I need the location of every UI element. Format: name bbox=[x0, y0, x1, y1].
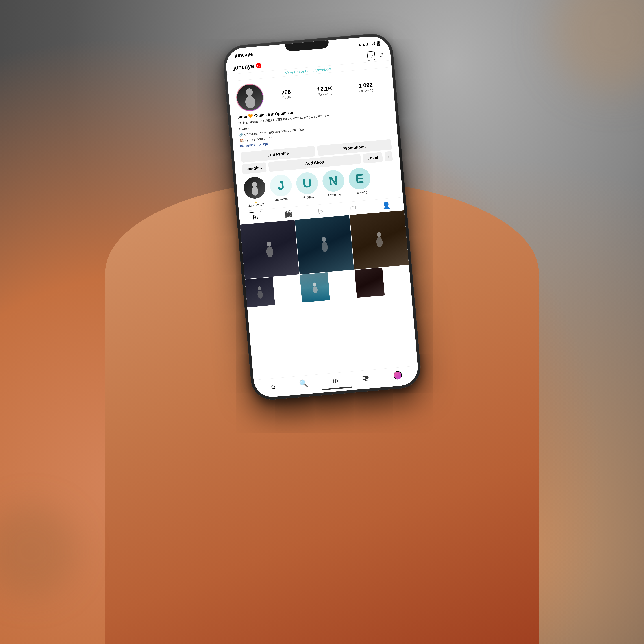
email-button[interactable]: Email bbox=[363, 152, 383, 163]
highlight-label-universing: Universing bbox=[275, 197, 289, 202]
highlight-circle-u: U bbox=[295, 172, 319, 195]
highlight-letter-u: U bbox=[295, 172, 319, 195]
stats-area: 208 Posts 12.1K Followers 1,092 Followin… bbox=[268, 80, 387, 101]
highlight-circle-j: J bbox=[269, 174, 293, 197]
username-text: juneaye bbox=[233, 63, 254, 71]
avatar-image bbox=[236, 84, 264, 111]
highlight-label-nuggets: Nuggets bbox=[302, 195, 314, 199]
grid-photo-3[interactable] bbox=[350, 210, 409, 270]
avatar bbox=[235, 82, 265, 113]
svg-point-8 bbox=[376, 232, 381, 237]
tab-people[interactable]: 👤 bbox=[379, 200, 394, 211]
grid-photo-5[interactable] bbox=[300, 272, 330, 302]
nav-home[interactable]: ⌂ bbox=[270, 382, 276, 391]
nav-add[interactable]: ⊕ bbox=[332, 376, 339, 385]
avatar-silhouette bbox=[241, 86, 259, 109]
highlight-circle-n: N bbox=[322, 169, 345, 193]
svg-point-1 bbox=[245, 96, 256, 109]
highlight-letter-n: N bbox=[322, 169, 345, 193]
highlight-circle-e: E bbox=[348, 167, 371, 190]
phone-case: juneaye ▲▲▲ ⌘ ▓ document.querySelector('… bbox=[222, 32, 422, 401]
svg-point-7 bbox=[321, 242, 328, 252]
photo-figure-1 bbox=[240, 220, 299, 279]
posts-stat: 208 Posts bbox=[281, 89, 291, 100]
more-options-button[interactable]: › bbox=[384, 151, 393, 162]
phone-screen: juneaye ▲▲▲ ⌘ ▓ document.querySelector('… bbox=[225, 35, 419, 398]
svg-point-0 bbox=[246, 88, 253, 96]
highlight-item-n[interactable]: N Exploring bbox=[322, 169, 346, 201]
svg-point-3 bbox=[251, 187, 259, 196]
nav-search[interactable]: 🔍 bbox=[299, 379, 309, 388]
svg-point-12 bbox=[313, 282, 316, 286]
highlight-circle-photo bbox=[243, 176, 266, 200]
instagram-app: juneaye TV + ≡ View Professional Dashboa… bbox=[226, 47, 419, 396]
nav-shop[interactable]: 🛍 bbox=[362, 373, 370, 383]
photo-grid bbox=[240, 210, 411, 307]
add-post-icon[interactable]: + bbox=[367, 51, 375, 61]
highlight-item-photo[interactable]: ★ June Who? bbox=[243, 176, 267, 208]
grid-photo-6[interactable] bbox=[355, 268, 385, 298]
highlight-item-e[interactable]: E Exploring bbox=[348, 167, 372, 198]
tab-reels[interactable]: 🎬 bbox=[281, 209, 296, 219]
svg-point-11 bbox=[257, 290, 263, 299]
highlight-avatar-silhouette bbox=[249, 180, 261, 196]
tab-play[interactable]: ▷ bbox=[315, 206, 327, 216]
verified-badge: TV bbox=[256, 63, 262, 69]
tab-tagged[interactable]: 🏷 bbox=[346, 203, 360, 213]
svg-point-5 bbox=[266, 246, 274, 258]
photo-figure-3 bbox=[350, 210, 409, 270]
username-area: juneaye TV bbox=[233, 62, 262, 71]
photo-figure-5 bbox=[300, 272, 330, 302]
header-icons: + ≡ bbox=[367, 50, 384, 61]
nav-profile-avatar[interactable] bbox=[393, 371, 402, 380]
highlight-letter-e: E bbox=[348, 167, 371, 190]
highlight-item-u[interactable]: U Nuggets bbox=[295, 172, 320, 203]
highlight-letter-j: J bbox=[269, 174, 293, 197]
highlight-label-e: Exploring bbox=[354, 190, 367, 195]
battery-icon: ▓ bbox=[377, 41, 380, 46]
svg-point-10 bbox=[258, 286, 262, 291]
tab-grid[interactable]: ⊞ bbox=[249, 211, 261, 222]
status-icons: ▲▲▲ ⌘ ▓ bbox=[357, 41, 380, 47]
svg-point-4 bbox=[267, 241, 272, 247]
grid-photo-1[interactable] bbox=[240, 220, 299, 279]
svg-point-13 bbox=[312, 286, 318, 293]
insights-button[interactable]: Insights bbox=[242, 162, 267, 174]
phone: juneaye ▲▲▲ ⌘ ▓ document.querySelector('… bbox=[222, 32, 422, 401]
following-stat[interactable]: 1,092 Following bbox=[358, 81, 374, 93]
highlight-label-exploring: Exploring bbox=[328, 192, 341, 197]
posts-label: Posts bbox=[282, 95, 291, 100]
status-time: juneaye bbox=[234, 51, 253, 59]
svg-point-6 bbox=[322, 237, 326, 242]
photo-figure-2 bbox=[295, 215, 354, 274]
followers-stat[interactable]: 12.1K Followers bbox=[317, 85, 333, 97]
photo-figure-4 bbox=[245, 277, 275, 307]
menu-icon[interactable]: ≡ bbox=[379, 51, 384, 59]
grid-photo-2[interactable] bbox=[295, 215, 354, 274]
svg-point-9 bbox=[376, 237, 383, 248]
badge-text: TV bbox=[257, 64, 261, 67]
highlight-item-j[interactable]: J Universing bbox=[269, 174, 293, 205]
posts-count: 208 bbox=[281, 89, 291, 96]
wifi-icon: ⌘ bbox=[371, 41, 376, 46]
grid-photo-4[interactable] bbox=[245, 277, 275, 307]
svg-point-2 bbox=[252, 182, 257, 187]
signal-icon: ▲▲▲ bbox=[357, 41, 370, 47]
